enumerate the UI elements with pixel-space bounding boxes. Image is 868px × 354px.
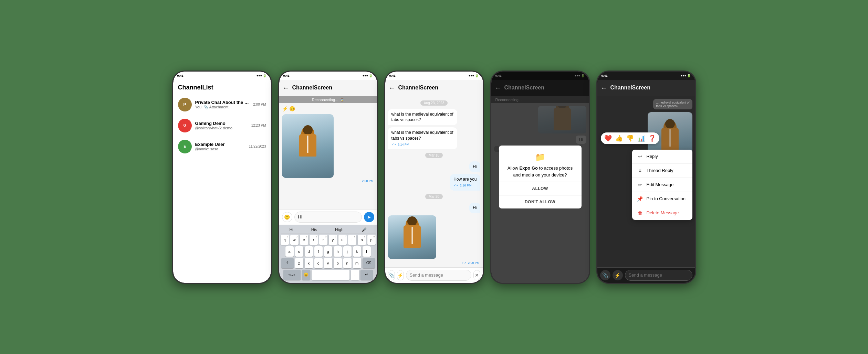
reaction-thumbup[interactable]: 👍 [615, 135, 623, 142]
kb-row-1: q1 w2 e3 r4 t5 y6 u7 i8 o9 p0 [281, 235, 376, 245]
kb-d[interactable]: d [305, 246, 313, 257]
back-button-5[interactable]: ← [601, 84, 608, 92]
context-reply[interactable]: ↩ Reply [632, 150, 692, 164]
dont-allow-button[interactable]: DON'T ALLOW [499, 195, 582, 208]
kb-i[interactable]: i8 [348, 235, 356, 245]
status-bar-1: 9:41 ●●● 🔋 [173, 72, 271, 80]
context-delete[interactable]: 🗑 Delete Message [632, 206, 692, 220]
kb-r[interactable]: r4 [310, 235, 318, 245]
chat-messages-2: ⚡ 😊 2:00 PM [279, 103, 377, 209]
close-button-3[interactable]: ✕ [473, 270, 480, 280]
context-edit-message[interactable]: ✏ Edit Message [632, 178, 692, 192]
date-aug23: Aug 23, 2023 [420, 100, 448, 106]
kb-b[interactable]: b [334, 258, 342, 268]
kb-j[interactable]: j [343, 246, 352, 257]
reaction-question[interactable]: ❓ [648, 135, 656, 142]
kb-backspace[interactable]: ⌫ [363, 258, 375, 268]
msg-sent-3: Hi [469, 203, 480, 213]
kb-a[interactable]: a [285, 246, 294, 257]
chat-messages-3: Aug 23, 2023 what is the medieval equiva… [385, 96, 483, 267]
phones-container: 9:41 ●●● 🔋 ChannelList P Private Chat Ab… [172, 71, 696, 284]
kb-t[interactable]: t5 [319, 235, 327, 245]
kb-v[interactable]: v [324, 258, 332, 268]
back-button-3[interactable]: ← [389, 84, 396, 92]
phone-3: 9:41 ●●● 🔋 ← ChannelScreen Aug 23, 2023 … [384, 71, 484, 284]
send-button-2[interactable]: ➤ [364, 212, 374, 222]
person-figure-2 [296, 125, 320, 167]
msg-sent-2: How are you✓✓ 2:16 PM [450, 174, 480, 191]
kb-x[interactable]: x [305, 258, 313, 268]
channel-avatar-0: P [178, 98, 192, 111]
kb-z[interactable]: z [295, 258, 303, 268]
date-mar18: Mar 18 [425, 153, 443, 158]
back-button-2[interactable]: ← [283, 84, 290, 92]
toolbar-title-2: ChannelScreen [292, 85, 374, 91]
reaction-chart[interactable]: 📊 [637, 135, 645, 142]
bolt-button-5[interactable]: ⚡ [613, 270, 623, 280]
kb-row-4: ?123 😊 . ↵ [281, 270, 376, 280]
kb-u[interactable]: u7 [338, 235, 347, 245]
msg-time-2: 2:00 PM [282, 179, 374, 183]
kb-h[interactable]: h [334, 246, 342, 257]
permission-dialog-overlay: 📁 Allow Expo Go to access photos and med… [491, 72, 589, 283]
kb-s[interactable]: s [295, 246, 303, 257]
toolbar-title-5: ChannelScreen [610, 85, 692, 91]
kb-period[interactable]: . [351, 270, 359, 280]
pin-label: Pin to Conversation [647, 196, 686, 201]
reaction-heart[interactable]: ❤️ [604, 135, 612, 142]
kb-p[interactable]: p0 [367, 235, 376, 245]
kb-e[interactable]: e3 [300, 235, 308, 245]
channel-item-2[interactable]: E Example User @annie: sasa 11/22/2023 [173, 136, 271, 157]
delete-icon: 🗑 [637, 210, 643, 216]
msg-received-2: what is the medieval equivalent of tabs … [388, 127, 457, 149]
kb-shift[interactable]: ⇧ [281, 258, 294, 268]
delete-label: Delete Message [647, 210, 679, 215]
kb-enter[interactable]: ↵ [360, 270, 373, 280]
context-pin[interactable]: 📌 Pin to Conversation [632, 192, 692, 206]
thread-reply-label: Thread Reply [647, 168, 673, 173]
status-bar-5: 9:41 ●●● 🔋 [597, 72, 695, 80]
status-bar-2: 9:41 ●●● 🔋 [279, 72, 377, 80]
kb-o[interactable]: o9 [358, 235, 366, 245]
toolbar-5: ← ChannelScreen [597, 80, 695, 96]
message-input-3[interactable] [406, 270, 471, 281]
kb-c[interactable]: c [314, 258, 323, 268]
edit-label: Edit Message [647, 182, 674, 187]
channel-item-1[interactable]: G Gaming Demo @solitary-hat-5: demo 12:2… [173, 115, 271, 136]
channel-sub-0: You: 📎 Attachment... [195, 105, 250, 109]
kb-g[interactable]: g [324, 246, 332, 257]
message-input-5[interactable] [625, 270, 692, 281]
reaction-thumbdown[interactable]: 👎 [626, 135, 634, 142]
channel-item-0[interactable]: P Private Chat About the Kingdom You: 📎 … [173, 94, 271, 115]
attachment-button-3[interactable]: 📎 [388, 270, 395, 280]
kb-f[interactable]: f [314, 246, 323, 257]
bolt-button-3[interactable]: ⚡ [397, 270, 404, 280]
kb-space[interactable] [312, 270, 349, 280]
kb-q[interactable]: q1 [281, 235, 289, 245]
kb-123[interactable]: ?123 [283, 270, 301, 280]
kb-n[interactable]: n [343, 258, 352, 268]
msg-received-1: what is the medieval equivalent of tabs … [388, 109, 457, 126]
person-figure-3 [400, 216, 424, 258]
allow-button[interactable]: ALLOW [499, 182, 582, 195]
kb-m[interactable]: m [353, 258, 361, 268]
emoji-button-2[interactable]: 🙂 [282, 212, 292, 222]
toolbar-3: ← ChannelScreen [385, 80, 483, 96]
chat-input-area-2: 🙂 ➤ [279, 209, 377, 225]
dialog-actions: ALLOW DON'T ALLOW [499, 182, 582, 208]
context-thread-reply[interactable]: ≡ Thread Reply [632, 164, 692, 178]
kb-l[interactable]: l [363, 246, 371, 257]
kb-k[interactable]: k [353, 246, 361, 257]
chat-input-area-3: 📎 ⚡ ✕ [385, 267, 483, 283]
kb-w[interactable]: w2 [290, 235, 299, 245]
permission-dialog: 📁 Allow Expo Go to access photos and med… [499, 146, 582, 208]
msg-time-3: ✓✓ 2:00 PM [388, 261, 480, 265]
kb-y[interactable]: y6 [329, 235, 337, 245]
msg-sent-1: Hi [469, 161, 480, 172]
attachment-button-5[interactable]: 📎 [600, 270, 610, 280]
message-input-2[interactable] [294, 212, 362, 223]
channel-info-1: Gaming Demo @solitary-hat-5: demo [195, 121, 248, 130]
phone-1: 9:41 ●●● 🔋 ChannelList P Private Chat Ab… [172, 71, 272, 284]
reconnect-bar-2: Reconnecting... ⌛ [279, 96, 377, 103]
kb-emoji[interactable]: 😊 [302, 270, 310, 280]
